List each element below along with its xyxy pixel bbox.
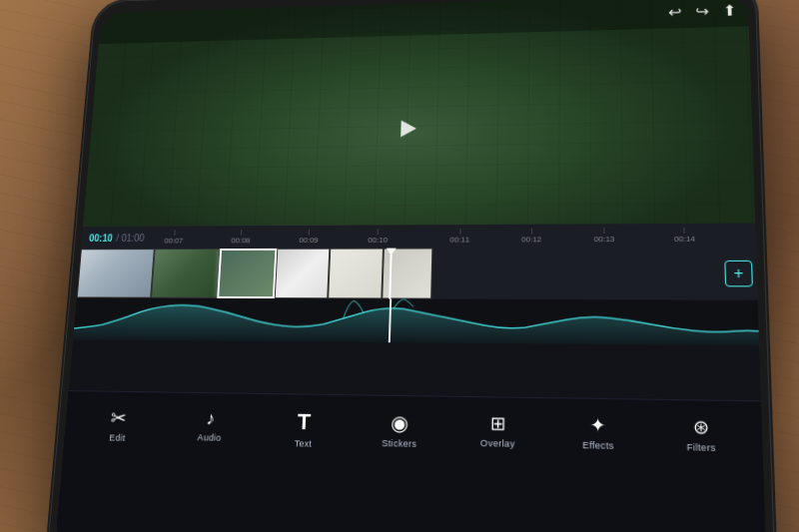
edit-icon: ✂ (110, 407, 128, 427)
export-icon[interactable]: ⬆ (722, 1, 736, 19)
effects-icon: ✦ (590, 415, 606, 434)
video-preview: ↩ ↪ ⬆ (83, 0, 755, 227)
time-mark: 00:13 (594, 235, 615, 244)
filters-icon: ⊛ (692, 417, 709, 437)
playback-area (83, 26, 755, 227)
time-mark: 00:09 (299, 237, 319, 246)
time-mark: 00:11 (449, 236, 469, 245)
toolbar-items: ✂ Edit ♪ Audio T Text ◉ Stickers (56, 391, 767, 532)
time-mark: 00:10 (368, 236, 388, 245)
time-mark: 00:08 (231, 237, 250, 246)
toolbar-item-stickers[interactable]: ◉ Stickers (372, 412, 428, 449)
toolbar-item-edit[interactable]: ✂ Edit (91, 407, 146, 443)
overlay-icon: ⊞ (490, 414, 506, 433)
current-time: 00:10 (89, 233, 113, 243)
edit-label: Edit (109, 432, 126, 442)
toolbar-item-audio[interactable]: ♪ Audio (183, 409, 239, 443)
time-mark: 00:12 (521, 236, 541, 245)
waveform-svg (73, 298, 759, 346)
clip-thumb-4[interactable] (275, 249, 331, 298)
total-time: / 01:00 (116, 233, 145, 243)
clip-thumb-5[interactable] (328, 249, 384, 299)
bottom-toolbar: ✂ Edit ♪ Audio T Text ◉ Stickers (55, 390, 767, 532)
toolbar-item-text[interactable]: T Text (276, 410, 332, 449)
play-triangle-icon (400, 120, 416, 137)
waveform-area (73, 298, 759, 346)
toolbar-item-effects[interactable]: ✦ Effects (569, 415, 628, 451)
clip-thumb-3[interactable] (217, 249, 277, 298)
undo-icon[interactable]: ↩ (668, 3, 681, 21)
timeline-area[interactable]: 00:10 / 01:00 00:07 00:08 (69, 224, 761, 400)
effects-label: Effects (582, 440, 613, 451)
stickers-icon: ◉ (391, 412, 408, 433)
audio-label: Audio (197, 432, 222, 443)
phone-body: ↩ ↪ ⬆ 00:10 / 01:00 (46, 0, 776, 532)
clip-strip[interactable]: + (77, 248, 758, 300)
text-label: Text (294, 438, 312, 449)
add-clip-button[interactable]: + (724, 261, 753, 287)
toolbar-item-filters[interactable]: ⊛ Filters (671, 417, 732, 453)
phone-device: ↩ ↪ ⬆ 00:10 / 01:00 (46, 0, 776, 532)
time-mark: 00:07 (164, 237, 183, 246)
ruler-marks: 00:07 00:08 00:09 00:10 (164, 224, 756, 250)
audio-icon: ♪ (206, 409, 216, 427)
redo-icon[interactable]: ↪ (695, 2, 709, 20)
toolbar-item-overlay[interactable]: ⊞ Overlay (469, 413, 527, 449)
text-icon: T (297, 411, 311, 434)
stickers-label: Stickers (382, 438, 416, 449)
filters-label: Filters (686, 442, 715, 453)
clip-thumb-2[interactable] (151, 249, 220, 298)
time-mark: 00:14 (674, 235, 695, 244)
play-button[interactable] (391, 112, 426, 146)
clip-thumb-1[interactable] (77, 249, 155, 297)
time-ruler: 00:10 / 01:00 00:07 00:08 (81, 224, 756, 250)
phone-screen: ↩ ↪ ⬆ 00:10 / 01:00 (55, 0, 767, 532)
overlay-label: Overlay (480, 438, 515, 449)
